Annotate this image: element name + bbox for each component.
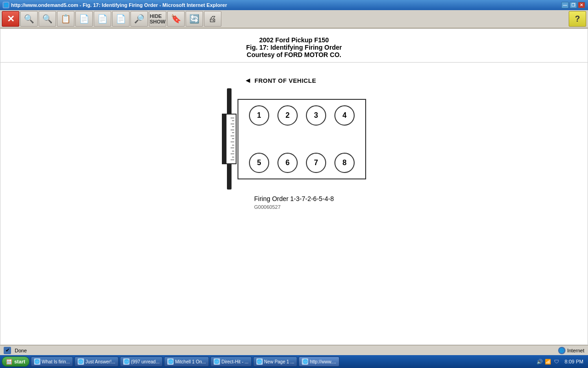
figure-id: G00060527 xyxy=(254,204,334,210)
forward-btn[interactable]: 🔍 xyxy=(39,11,56,27)
window-controls: — ❐ ✕ xyxy=(561,2,585,8)
vehicle-title: 2002 Ford Pickup F150 xyxy=(0,36,588,44)
tab3-label: (997 unread... xyxy=(131,359,159,364)
status-icon: ✔ xyxy=(4,347,11,354)
close-btn[interactable]: ✕ xyxy=(2,11,19,27)
toolbar: ✕ 🔍 🔍 📋 📄 📄 📄 🔎 HIDESHOW 🔖 🔄 🖨 ? xyxy=(0,10,588,29)
diagram-container: ◄ FRONT OF VEHICLE xyxy=(222,63,366,210)
start-icon: 🪟 xyxy=(6,359,12,365)
cylinder-3: 3 xyxy=(306,105,326,126)
help-btn[interactable]: ? xyxy=(569,11,586,27)
status-bar: ✔ Done 🌐 Internet xyxy=(0,345,588,355)
tray-icon-1: 🔊 xyxy=(536,358,543,365)
tab4-label: Mitchell 1 On... xyxy=(175,359,206,364)
front-label-text: FRONT OF VEHICLE xyxy=(254,77,316,84)
title-text: http://www.ondemand5.com - Fig. 17: Iden… xyxy=(11,2,227,8)
tab2-icon: 🌐 xyxy=(78,358,84,365)
taskbar-item-tab4[interactable]: 🌐 Mitchell 1 On... xyxy=(164,356,209,367)
find-btn[interactable]: 🔎 xyxy=(130,11,148,27)
taskbar-item-tab6[interactable]: 🌐 New Page 1 ... xyxy=(253,356,298,367)
tray-icons: 🔊 📶 🛡 xyxy=(536,358,560,365)
firing-order-text: Firing Order 1-3-7-2-6-5-4-8 xyxy=(254,195,334,202)
cylinder-6: 6 xyxy=(277,153,298,173)
back-btn[interactable]: 🔍 xyxy=(20,11,38,27)
figure-caption: Firing Order 1-3-7-2-6-5-4-8 G00060527 xyxy=(254,195,334,210)
tab4-icon: 🌐 xyxy=(167,358,174,365)
figure-title: Fig. 17: Identifying Firing Order xyxy=(0,44,588,51)
engine-diagram: 1 2 3 4 5 6 7 8 xyxy=(222,88,366,190)
taskbar-item-tab1[interactable]: 🌐 What Is firin... xyxy=(31,356,73,367)
cylinder-7: 7 xyxy=(306,153,326,173)
title-bar: 🌐 http://www.ondemand5.com - Fig. 17: Id… xyxy=(0,0,588,10)
fig-list-btn[interactable]: 📋 xyxy=(57,11,74,27)
zone-icon: 🌐 xyxy=(558,347,565,354)
taskbar-right: 🔊 📶 🛡 8:09 PM xyxy=(536,358,586,365)
tray-icon-2: 📶 xyxy=(544,358,552,365)
tab7-icon: 🌐 xyxy=(302,358,308,365)
status-text: Done xyxy=(15,348,27,353)
taskbar-item-tab5[interactable]: 🌐 Direct-Hit - ... xyxy=(210,356,252,367)
cylinder-8: 8 xyxy=(334,153,355,173)
cylinder-4: 4 xyxy=(334,105,355,126)
front-of-vehicle-label: ◄ FRONT OF VEHICLE xyxy=(244,76,317,85)
jump-btn[interactable]: 📄 xyxy=(112,11,130,27)
print-btn[interactable]: 🖨 xyxy=(204,11,221,27)
taskbar-item-tab3[interactable]: 🌐 (997 unread... xyxy=(120,356,163,367)
cylinders-bottom-row: 5 6 7 8 xyxy=(238,153,365,178)
close-window-button[interactable]: ✕ xyxy=(578,2,585,8)
cylinder-1: 1 xyxy=(249,105,269,126)
tab1-icon: 🌐 xyxy=(34,358,40,365)
tab3-icon: 🌐 xyxy=(123,358,130,365)
clock-display: 8:09 PM xyxy=(562,359,586,364)
left-arrow-icon: ◄ xyxy=(244,76,252,85)
engine-block: 1 2 3 4 5 6 7 8 xyxy=(237,99,366,179)
bookmark-btn[interactable]: 🔖 xyxy=(167,11,185,27)
minimize-button[interactable]: — xyxy=(561,2,569,8)
tab6-icon: 🌐 xyxy=(256,358,263,365)
refresh-btn[interactable]: 🔄 xyxy=(186,11,203,27)
next-fig-btn[interactable]: 📄 xyxy=(94,11,111,27)
browser-icon: 🌐 xyxy=(3,2,9,8)
engine-bracket xyxy=(222,88,237,190)
start-button[interactable]: 🪟 start xyxy=(2,356,29,367)
cylinder-2: 2 xyxy=(277,105,298,126)
cylinder-5: 5 xyxy=(249,153,269,173)
hide-show-btn[interactable]: HIDESHOW xyxy=(149,11,166,27)
page-header: 2002 Ford Pickup F150 Fig. 17: Identifyi… xyxy=(0,29,588,63)
taskbar-item-tab2[interactable]: 🌐 Just Answer!... xyxy=(74,356,119,367)
tab2-label: Just Answer!... xyxy=(85,359,115,364)
tray-icon-3: 🛡 xyxy=(553,358,560,365)
tab7-label: http://www.... xyxy=(310,359,336,364)
courtesy-line: Courtesy of FORD MOTOR CO. xyxy=(0,51,588,58)
taskbar: 🪟 start 🌐 What Is firin... 🌐 Just Answer… xyxy=(0,355,588,368)
prev-btn[interactable]: 📄 xyxy=(75,11,93,27)
taskbar-item-tab7[interactable]: 🌐 http://www.... xyxy=(299,356,339,367)
tab5-icon: 🌐 xyxy=(214,358,220,365)
tab1-label: What Is firin... xyxy=(42,359,70,364)
start-label: start xyxy=(14,359,25,364)
zone-text: Internet xyxy=(567,348,584,353)
cylinders-top-row: 1 2 3 4 xyxy=(238,100,365,126)
main-content: 2002 Ford Pickup F150 Fig. 17: Identifyi… xyxy=(0,29,588,345)
restore-button[interactable]: ❐ xyxy=(570,2,577,8)
tab6-label: New Page 1 ... xyxy=(264,359,294,364)
tab5-label: Direct-Hit - ... xyxy=(221,359,249,364)
